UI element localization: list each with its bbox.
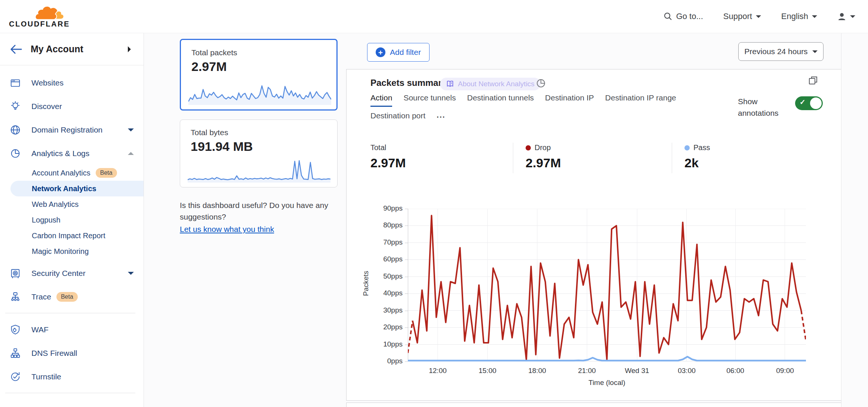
stat-label: Drop (535, 143, 551, 152)
sidebar-item-item[interactable] (0, 398, 144, 407)
drop-dot-icon (526, 145, 531, 150)
total-bytes-card[interactable]: Total bytes 191.94 MB (180, 119, 338, 187)
show-annotations-toggle[interactable]: ✓ (795, 96, 823, 110)
goto-search[interactable]: Go to... (664, 12, 703, 21)
sidebar-item-security-center[interactable]: Security Center (0, 261, 144, 285)
support-menu[interactable]: Support (723, 12, 761, 21)
card-value: 2.97M (191, 59, 336, 74)
sidebar-nav: WebsitesDiscoverDomain RegistrationAnaly… (0, 65, 144, 407)
sidebar-sublist: Account AnalyticsBetaNetwork AnalyticsWe… (0, 165, 144, 259)
cloudflare-cloud-icon (28, 5, 67, 21)
tab-destination-ip-range[interactable]: Destination IP range (605, 93, 676, 107)
tab-action[interactable]: Action (370, 93, 392, 107)
sidebar-item-analytics-logs[interactable]: Analytics & Logs (0, 142, 144, 165)
toggle-knob (810, 97, 822, 109)
time-range-dropdown[interactable]: Previous 24 hours (738, 42, 824, 61)
plus-icon: + (376, 47, 385, 57)
check-icon: ✓ (800, 98, 806, 106)
y-tick-mark (405, 243, 408, 243)
x-axis-tick: 15:00 (471, 367, 504, 375)
x-axis-tick: 03:00 (670, 367, 704, 375)
about-badge-label: About Network Analytics (458, 80, 535, 88)
sidebar: My Account WebsitesDiscoverDomain Regist… (0, 33, 144, 407)
sidebar-item-trace[interactable]: TraceBeta (0, 285, 144, 308)
caret-up-icon (128, 149, 134, 155)
tab-destination-tunnels[interactable]: Destination tunnels (467, 93, 534, 107)
add-filter-label: Add filter (390, 48, 421, 57)
caret-down-icon (756, 15, 761, 21)
y-axis-tick: 70pps (370, 238, 403, 246)
safe-icon (10, 268, 21, 279)
caret-down-icon (812, 15, 817, 21)
content-right-divider (841, 33, 841, 407)
cloudflare-dashboard: CLOUDFLARE Go to... Support English (0, 0, 868, 407)
pie-icon (10, 148, 21, 159)
sidebar-divider (5, 313, 135, 313)
y-tick-mark (405, 327, 408, 328)
back-arrow-icon[interactable] (10, 44, 22, 55)
caret-down-icon (850, 15, 855, 21)
tab-destination-port[interactable]: Destination port (370, 111, 425, 125)
y-axis-tick: 0pps (370, 357, 403, 365)
chevron-right-icon[interactable] (128, 46, 134, 52)
account-menu[interactable] (837, 12, 855, 21)
sidebar-item-turnstile[interactable]: Turnstile (0, 365, 144, 388)
cloudflare-logo[interactable]: CLOUDFLARE (9, 5, 76, 28)
caret-down-icon (128, 128, 134, 134)
y-axis-tick: 30pps (370, 306, 403, 314)
pass-dot-icon (684, 145, 690, 150)
globe-icon (10, 124, 21, 136)
search-icon (664, 12, 672, 21)
support-label: Support (723, 12, 752, 21)
sidebar-item-domain-registration[interactable]: Domain Registration (0, 118, 144, 142)
x-axis-tick: Wed 31 (620, 367, 654, 375)
total-packets-card[interactable]: Total packets 2.97M (180, 39, 338, 111)
packets-chart (408, 209, 806, 361)
browser-icon (10, 77, 21, 88)
user-icon (837, 12, 846, 21)
sidebar-item-dns-firewall[interactable]: DNS Firewall (0, 341, 144, 365)
x-axis-tick: 06:00 (718, 367, 752, 375)
more-tabs-button[interactable]: ... (437, 111, 446, 125)
bytes-sparkline (188, 159, 330, 183)
x-axis-tick: 09:00 (768, 367, 802, 375)
y-tick-mark (405, 311, 408, 311)
show-annotations-label: Show annotations (738, 96, 787, 119)
sidebar-item-magic-monitoring[interactable]: Magic Monitoring (0, 243, 144, 259)
stat-divider (672, 143, 672, 173)
y-axis-tick: 20pps (370, 323, 403, 331)
pie-chart-icon[interactable] (536, 78, 546, 88)
stat-value: 2.97M (526, 156, 561, 170)
sidebar-item-account-analytics[interactable]: Account AnalyticsBeta (0, 165, 144, 181)
x-axis-tick: 21:00 (570, 367, 604, 375)
stat-label: Total (370, 143, 386, 152)
sidebar-item-websites[interactable]: Websites (0, 71, 144, 94)
top-nav: Go to... Support English (664, 12, 868, 21)
add-filter-button[interactable]: + Add filter (367, 43, 430, 62)
sidebar-item-waf[interactable]: WAF (0, 318, 144, 341)
language-menu[interactable]: English (781, 12, 817, 21)
language-label: English (781, 12, 808, 21)
panel-title: Packets summary (370, 78, 447, 88)
beta-badge: Beta (96, 168, 117, 178)
expand-icon[interactable] (808, 75, 818, 86)
chart-canvas (408, 209, 806, 361)
account-title: My Account (31, 44, 83, 55)
sidebar-item-web-analytics[interactable]: Web Analytics (0, 196, 144, 212)
caret-down-icon (128, 272, 134, 278)
y-axis-tick: 50pps (370, 272, 403, 280)
stat-value: 2.97M (370, 156, 406, 170)
y-tick-mark (405, 260, 408, 260)
panel-tabs: ActionSource tunnelsDestination tunnelsD… (370, 93, 699, 125)
sidebar-item-network-analytics[interactable]: Network Analytics (10, 181, 144, 196)
y-axis-tick: 60pps (370, 255, 403, 263)
y-tick-mark (405, 226, 408, 226)
sidebar-item-carbon-impact-report[interactable]: Carbon Impact Report (0, 228, 144, 243)
tab-destination-ip[interactable]: Destination IP (545, 93, 594, 107)
feedback-link[interactable]: Let us know what you think (180, 223, 274, 235)
sidebar-item-discover[interactable]: Discover (0, 94, 144, 118)
sidebar-item-logpush[interactable]: Logpush (0, 212, 144, 228)
tab-source-tunnels[interactable]: Source tunnels (403, 93, 456, 107)
about-network-analytics-badge[interactable]: About Network Analytics (440, 78, 541, 90)
top-bar: CLOUDFLARE Go to... Support English (0, 0, 868, 33)
